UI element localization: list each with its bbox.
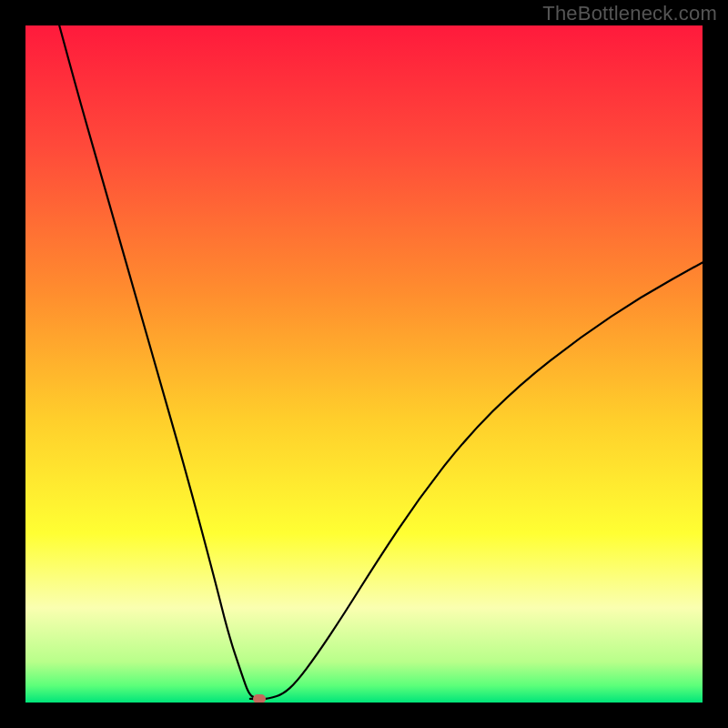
bottleneck-curve	[25, 25, 703, 703]
watermark-text: TheBottleneck.com	[542, 2, 717, 25]
optimal-point-marker	[253, 694, 266, 703]
plot-area	[25, 25, 703, 703]
chart-frame: TheBottleneck.com	[0, 0, 728, 728]
curve-path	[59, 25, 703, 699]
